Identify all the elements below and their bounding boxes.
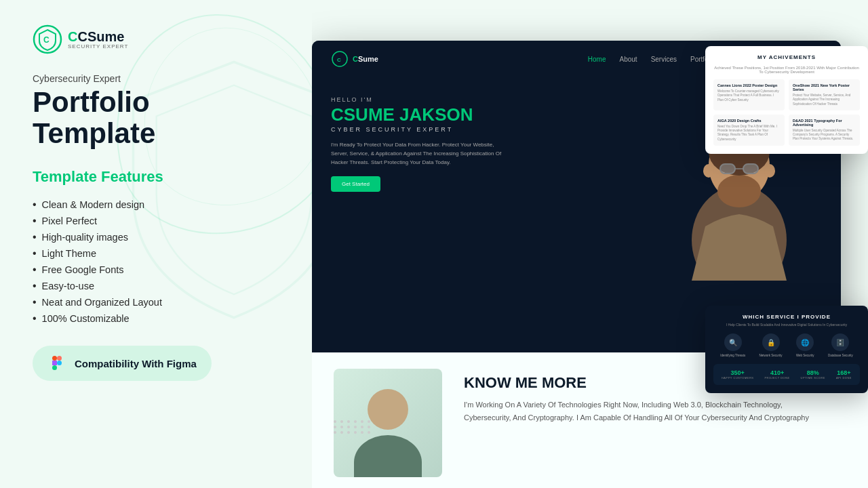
logo-subtitle: Security Expert (68, 44, 128, 50)
features-list: Clean & Modern design Pixel Perfect High… (33, 197, 279, 327)
svg-point-6 (57, 361, 62, 365)
service-item-1: 🔍 Identifying Threats (720, 333, 745, 357)
svg-point-16 (703, 164, 714, 178)
services-card: WHICH SERVICE I PROVIDE I Help Clients T… (705, 306, 868, 393)
feature-item: Pixel Perfect (33, 213, 279, 229)
tagline-big: Portfolio Template (33, 87, 279, 149)
nav-link-home[interactable]: Home (588, 56, 606, 63)
mock-description: I'm Ready To Protect Your Data From Hack… (331, 141, 507, 167)
mock-hello: HELLO I'M (331, 96, 507, 103)
achievement-item-2: OneShow 2021 New York Poster Series Prot… (789, 79, 860, 110)
mock-hero-content: HELLO I'M CSUME JAKSON CYBER SECURITY EX… (331, 96, 507, 192)
nav-link-about[interactable]: About (619, 56, 637, 63)
feature-item: High-quality images (33, 229, 279, 245)
mock-logo-icon: C (331, 50, 349, 68)
svg-rect-4 (52, 361, 57, 365)
services-icons: 🔍 Identifying Threats 🔒 Network Security… (713, 333, 860, 357)
mock-name: CSUME JAKSON (331, 106, 507, 123)
feature-item: Free Google Fonts (33, 262, 279, 278)
services-title: WHICH SERVICE I PROVIDE (713, 314, 860, 320)
stat-customers: 350+ Happy Customers (722, 369, 754, 380)
feature-item: Easy-to-use (33, 278, 279, 294)
service-icon-database: 🗄️ (831, 333, 849, 351)
logo-text: CCSume Security Expert (68, 29, 128, 50)
photo-head (368, 389, 408, 430)
services-subtitle: I Help Clients To Build Scalable And Inn… (713, 323, 860, 327)
feature-item: Clean & Modern design (33, 197, 279, 213)
svg-rect-13 (720, 164, 735, 174)
feature-item: Neat and Organized Layout (33, 294, 279, 310)
achievements-subtitle: Achieved These Positions, 1st Position F… (713, 66, 860, 74)
service-icon-network: 🔒 (762, 333, 780, 351)
right-panel: C CSume Home About Services Portfolio Aw… (312, 0, 868, 488)
service-icon-web: 🌐 (796, 333, 814, 351)
left-panel: C CCSume Security Expert Cybersecurity E… (0, 0, 312, 488)
svg-rect-5 (52, 365, 57, 370)
logo-icon: C (33, 24, 62, 54)
stat-api: 168+ API Done (836, 369, 852, 380)
service-item-3: 🌐 Web Security (796, 333, 814, 357)
achievements-grid: Cannes Lions 2022 Poster Design Welcome … (713, 79, 860, 146)
achievements-card: MY ACHIVEMENTS Achieved These Positions,… (705, 46, 868, 154)
feature-item: 100% Customizable (33, 310, 279, 327)
svg-point-17 (764, 164, 775, 178)
stat-projects: 410+ Project Done (764, 369, 789, 380)
achievement-item-3: AIGA 2020 Design Crafts Need You Down Dr… (713, 115, 785, 146)
service-item-2: 🔒 Network Security (760, 333, 783, 357)
svg-text:C: C (43, 35, 50, 45)
photo-body (354, 435, 422, 477)
mock-cta-button[interactable]: Get Started (331, 176, 380, 192)
stats-bar: 350+ Happy Customers 410+ Project Done 8… (713, 364, 860, 385)
tagline-small: Cybersecurity Expert (33, 73, 279, 84)
svg-rect-14 (743, 164, 758, 174)
service-icon-identifying: 🔍 (724, 333, 742, 351)
achievements-title: MY ACHIVEMENTS (713, 54, 860, 60)
svg-point-11 (717, 175, 761, 207)
features-title: Template Features (33, 168, 279, 186)
svg-text:C: C (337, 57, 341, 63)
feature-item: Light Theme (33, 245, 279, 262)
svg-rect-2 (52, 356, 57, 361)
service-item-4: 🗄️ Database Security (828, 333, 853, 357)
nav-link-services[interactable]: Services (651, 56, 677, 63)
stat-uptime: 88% Uptime Score (801, 369, 825, 380)
achievement-item-1: Cannes Lions 2022 Poster Design Welcome … (713, 79, 785, 110)
svg-rect-3 (57, 356, 62, 361)
figma-icon (47, 354, 66, 373)
logo-area: C CCSume Security Expert (33, 24, 279, 54)
figma-badge[interactable]: Compatibility With Figma (33, 346, 212, 381)
figma-label: Compatibility With Figma (75, 358, 197, 369)
logo-brand: CCSume (68, 29, 128, 44)
know-description: I'm Working On A Variety Of Technologies… (464, 399, 816, 424)
achievement-item-4: D&AD 2021 Typography For Advertising Mul… (789, 115, 860, 146)
mock-logo-text: CSume (353, 55, 378, 63)
mock-title: CYBER SECURITY EXPERT (331, 126, 507, 133)
decorative-dots (334, 420, 372, 434)
mock-logo: C CSume (331, 50, 378, 68)
